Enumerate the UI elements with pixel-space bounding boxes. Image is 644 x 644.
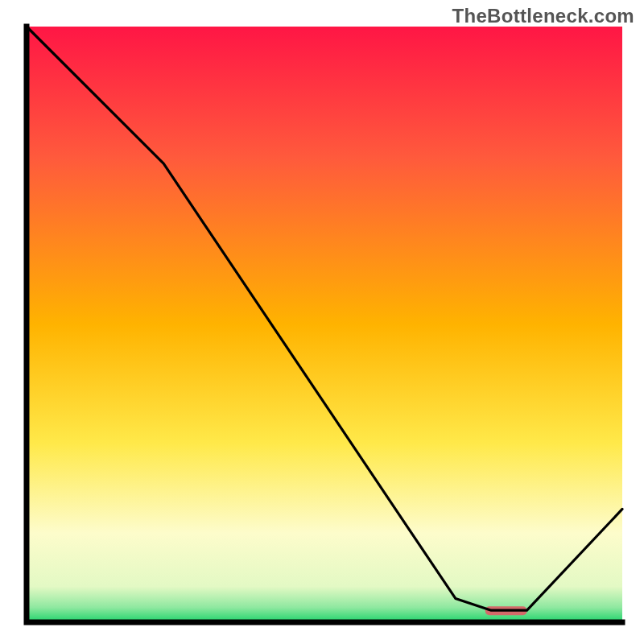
chart-container: TheBottleneck.com: [0, 0, 644, 644]
bottleneck-plot: [0, 0, 644, 644]
